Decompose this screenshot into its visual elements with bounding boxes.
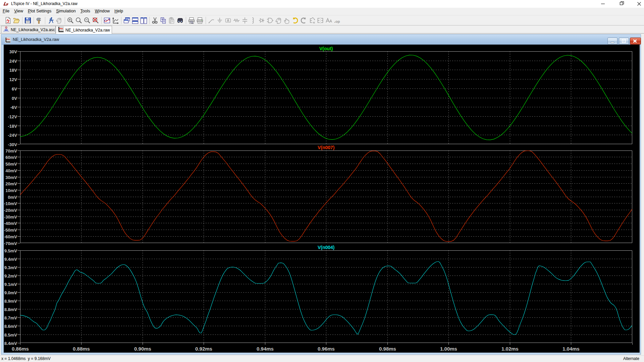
waveform-plot[interactable]: 30V24V18V12V6V0V-6V-12V-18V-24V-30VV(out… <box>4 45 639 353</box>
y-tick-label: 30V <box>9 49 17 54</box>
y-tick-label: -50mV <box>4 228 17 233</box>
y-tick-label: 9.4mV <box>4 257 17 262</box>
autorange-y-icon[interactable] <box>103 16 111 24</box>
y-tick-label: 70mV <box>5 148 17 154</box>
tab-NE_Likhoradka_V2a.asc[interactable]: NE_Likhoradka_V2a.asc <box>1 26 56 34</box>
cut-icon[interactable] <box>151 16 159 24</box>
find-icon[interactable] <box>176 16 184 24</box>
rotate-icon <box>308 16 316 24</box>
x-tick-label: 0.94ms <box>257 346 274 352</box>
y-tick-label: 8.6mV <box>4 324 17 329</box>
cascade-windows-icon[interactable] <box>123 16 131 24</box>
menu-bar: FileViewPlot SettingsSimulationToolsWind… <box>0 8 644 15</box>
menu-file[interactable]: File <box>0 8 12 15</box>
tab-NE_Likhoradka_V2a.raw[interactable]: NE_Likhoradka_V2a.raw <box>56 26 112 34</box>
child-restore-button[interactable] <box>619 38 629 45</box>
component-icon <box>266 16 274 24</box>
x-tick-label: 1.04ms <box>562 346 580 352</box>
run-icon[interactable] <box>47 16 55 24</box>
y-tick-label: 0V <box>12 96 17 101</box>
cursor-y-readout: y = 9.168mV <box>28 356 51 362</box>
toolbar-separator <box>148 16 151 24</box>
y-tick-label: 6V <box>12 86 17 92</box>
tab-label: NE_Likhoradka_V2a.asc <box>11 27 55 32</box>
child-window-title: NE_Likhoradka_V2a.raw <box>13 35 59 45</box>
child-window-title-bar[interactable]: NE_Likhoradka_V2a.raw <box>2 35 640 45</box>
y-tick-label: -60mV <box>4 234 17 239</box>
toolbar-separator <box>100 16 103 24</box>
y-tick-label: -10mV <box>4 201 17 206</box>
zoom-undo-icon[interactable] <box>92 16 100 24</box>
wire-icon <box>207 16 215 24</box>
diode-icon <box>258 16 266 24</box>
control-panel-icon[interactable] <box>35 16 43 24</box>
copy-icon[interactable] <box>159 16 167 24</box>
resistor-icon <box>232 16 240 24</box>
y-tick-label: -70mV <box>4 241 17 246</box>
menu-window[interactable]: Window <box>93 8 112 15</box>
print-icon[interactable] <box>196 16 204 24</box>
menu-simulation[interactable]: Simulation <box>54 8 78 15</box>
y-tick-label: 9.1mV <box>4 282 17 287</box>
waveform-child-window: NE_Likhoradka_V2a.raw 30V24V18V12V6V0V-6… <box>1 34 641 355</box>
y-tick-label: 0mV <box>8 195 17 200</box>
restore-button[interactable] <box>613 0 629 8</box>
menu-tools[interactable]: Tools <box>78 8 93 15</box>
y-tick-label: 30mV <box>5 175 17 180</box>
x-tick-label: 0.96ms <box>318 346 335 352</box>
child-close-button[interactable] <box>630 38 641 45</box>
window-title: LTspice IV - NE_Likhoradka_V2a.raw <box>11 0 77 8</box>
waveform-file-icon <box>5 37 11 43</box>
trace-title: V(n004) <box>318 245 335 250</box>
cursor-x-readout: x = 1.0468ms <box>1 356 25 362</box>
trace-title: V(out) <box>319 46 333 51</box>
mirror-icon <box>316 16 324 24</box>
tile-vertical-icon[interactable] <box>140 16 148 24</box>
x-tick-label: 0.86ms <box>12 346 29 352</box>
y-tick-label: -12V <box>8 114 17 119</box>
new-schematic-icon[interactable] <box>4 16 12 24</box>
y-tick-label: 12V <box>9 77 17 82</box>
y-tick-label: 9.0mV <box>4 290 17 295</box>
y-tick-label: 8.8mV <box>4 307 17 312</box>
y-tick-label: -40mV <box>4 221 17 226</box>
y-tick-label: 8.4mV <box>4 341 17 346</box>
zoom-out-icon[interactable] <box>83 16 91 24</box>
tile-horizontal-icon[interactable] <box>131 16 139 24</box>
menu-view[interactable]: View <box>12 8 25 15</box>
label-net-icon <box>224 16 232 24</box>
tab-bar: NE_Likhoradka_V2a.ascNE_Likhoradka_V2a.r… <box>0 25 644 34</box>
inductor-icon <box>249 16 257 24</box>
y-tick-label: 9.5mV <box>4 248 17 253</box>
toolbar-separator <box>63 16 66 24</box>
y-tick-label: -30mV <box>4 215 17 220</box>
open-icon[interactable] <box>12 16 20 24</box>
ltspice-logo-icon <box>3 1 9 7</box>
x-tick-label: 1.02ms <box>501 346 519 352</box>
y-tick-label: 40mV <box>5 168 17 173</box>
move-icon <box>274 16 282 24</box>
toolbar-separator <box>21 16 24 24</box>
zoom-in-icon[interactable] <box>66 16 74 24</box>
undo-icon[interactable] <box>291 16 299 24</box>
close-button[interactable] <box>632 0 644 8</box>
mdi-client-area: NE_Likhoradka_V2a.raw 30V24V18V12V6V0V-6… <box>0 34 644 355</box>
plot-settings-icon[interactable] <box>111 16 119 24</box>
y-tick-label: 9.3mV <box>4 265 17 270</box>
save-icon[interactable] <box>24 16 32 24</box>
trace-title: V(n007) <box>318 145 335 150</box>
pane-border <box>20 52 632 144</box>
menu-plot-settings[interactable]: Plot Settings <box>25 8 54 15</box>
print-preview-icon[interactable] <box>187 16 196 24</box>
title-bar[interactable]: LTspice IV - NE_Likhoradka_V2a.raw <box>0 0 644 8</box>
child-minimize-button[interactable] <box>607 38 618 45</box>
minimize-button[interactable] <box>595 0 610 8</box>
toolbar-separator <box>44 16 47 24</box>
zoom-extents-icon[interactable] <box>75 16 83 24</box>
toolbar-separator <box>184 16 187 24</box>
menu-help[interactable]: Help <box>112 8 125 15</box>
pane-V(n004): 9.5mV9.4mV9.3mV9.2mV9.1mV9.0mV8.9mV8.8mV… <box>4 245 633 352</box>
x-tick-label: 1.00ms <box>440 346 457 352</box>
waveform-plot-area[interactable]: 30V24V18V12V6V0V-6V-12V-18V-24V-30VV(out… <box>4 45 640 353</box>
toolbar-separator <box>120 16 123 24</box>
